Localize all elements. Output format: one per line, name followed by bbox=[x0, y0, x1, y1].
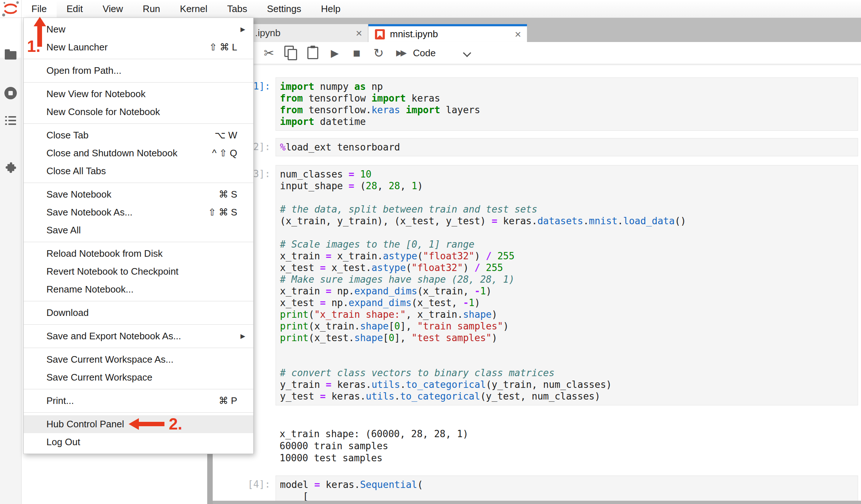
menubar: FileEditViewRunKernelTabsSettingsHelp bbox=[0, 0, 861, 18]
menubar-items: FileEditViewRunKernelTabsSettingsHelp bbox=[22, 0, 350, 18]
cell-type-select[interactable]: Code bbox=[413, 42, 436, 64]
paste-icon bbox=[307, 47, 318, 59]
step1-label: 1. bbox=[27, 37, 41, 56]
menu-item-reload-notebook-from-disk[interactable]: Reload Notebook from Disk bbox=[24, 245, 253, 263]
menubar-item-tabs[interactable]: Tabs bbox=[217, 0, 257, 18]
play-icon: ▶ bbox=[331, 47, 339, 59]
menu-item-close-tab[interactable]: Close Tab⌥ W bbox=[24, 126, 253, 144]
puzzle-icon bbox=[4, 161, 17, 173]
interrupt-kernel-button[interactable]: ■ bbox=[348, 42, 365, 64]
cell-input-prompt: [4]: bbox=[216, 479, 270, 490]
sidebar-icon-strip bbox=[0, 18, 22, 504]
menu-item-label: New Launcher bbox=[46, 42, 108, 53]
menu-item-new-view-for-notebook[interactable]: New View for Notebook bbox=[24, 85, 253, 103]
run-cell-button[interactable]: ▶ bbox=[326, 42, 343, 64]
step1-arrow-icon bbox=[34, 17, 46, 26]
tab-label: .ipynb bbox=[255, 27, 280, 39]
menu-item-new[interactable]: New▶ bbox=[24, 20, 253, 38]
close-icon[interactable]: × bbox=[356, 28, 362, 39]
tab-mnist-notebook[interactable]: mnist.ipynb × bbox=[368, 24, 527, 42]
menu-item-label: Close Tab bbox=[46, 130, 88, 141]
menu-item-label: Download bbox=[46, 307, 89, 318]
restart-run-all-button[interactable]: ▶▶ bbox=[392, 42, 409, 64]
code-cell-2[interactable]: %load_ext tensorboard bbox=[276, 138, 858, 156]
chevron-down-icon[interactable] bbox=[463, 49, 471, 57]
menu-item-label: Close All Tabs bbox=[46, 165, 106, 177]
list-icon bbox=[5, 116, 16, 125]
sidebar-item-table-of-contents[interactable] bbox=[0, 116, 21, 125]
copy-icon bbox=[288, 49, 297, 60]
step2-arrow-shaft bbox=[138, 422, 164, 426]
restart-kernel-button[interactable]: ↻ bbox=[370, 42, 387, 64]
menu-item-label: New bbox=[46, 24, 65, 35]
menu-item-revert-notebook-to-checkpoint[interactable]: Revert Notebook to Checkpoint bbox=[24, 263, 253, 280]
menu-item-label: Hub Control Panel bbox=[46, 419, 124, 430]
menubar-item-run[interactable]: Run bbox=[133, 0, 170, 18]
submenu-arrow-icon: ▶ bbox=[240, 332, 245, 340]
menubar-item-settings[interactable]: Settings bbox=[257, 0, 311, 18]
menu-item-rename-notebook[interactable]: Rename Notebook... bbox=[24, 280, 253, 298]
menu-item-label: Save All bbox=[46, 225, 81, 236]
menu-item-save-current-workspace-as[interactable]: Save Current Workspace As... bbox=[24, 351, 253, 369]
cut-cells-button[interactable]: ✂ bbox=[261, 42, 277, 64]
menu-item-shortcut: ⇧ ⌘ S bbox=[208, 207, 237, 218]
menu-item-label: Save Current Workspace As... bbox=[46, 354, 174, 365]
menu-item-close-all-tabs[interactable]: Close All Tabs bbox=[24, 162, 253, 180]
close-icon[interactable]: × bbox=[515, 29, 521, 40]
dock-tab-bar: .ipynb × mnist.ipynb × bbox=[213, 18, 861, 42]
notebook-toolbar: ✂ ▶ ■ ↻ ▶▶ Code bbox=[213, 42, 861, 64]
cell-output: x_train shape: (60000, 28, 28, 1)60000 t… bbox=[280, 428, 469, 464]
code-cell-1[interactable]: import numpy as npfrom tensorflow import… bbox=[276, 77, 858, 131]
copy-cells-button[interactable] bbox=[282, 42, 299, 64]
notebook-file-icon bbox=[375, 29, 385, 39]
step2-label: 2. bbox=[169, 415, 182, 433]
menu-item-label: Open from Path... bbox=[46, 65, 121, 76]
menu-item-shortcut: ^ ⇧ Q bbox=[212, 148, 237, 159]
step2-arrow-icon bbox=[129, 418, 139, 430]
menu-item-save-notebook[interactable]: Save Notebook⌘ S bbox=[24, 186, 253, 203]
menu-item-label: New Console for Notebook bbox=[46, 106, 160, 118]
tab-label: mnist.ipynb bbox=[390, 28, 438, 40]
menu-item-new-console-for-notebook[interactable]: New Console for Notebook bbox=[24, 103, 253, 121]
menu-item-label: Rename Notebook... bbox=[46, 284, 133, 295]
stop-icon: ■ bbox=[353, 46, 361, 60]
menu-item-log-out[interactable]: Log Out bbox=[24, 433, 253, 451]
menu-item-open-from-path[interactable]: Open from Path... bbox=[24, 62, 253, 80]
restart-icon: ↻ bbox=[373, 46, 384, 60]
sidebar-item-file-browser[interactable] bbox=[0, 51, 21, 60]
scissors-icon: ✂ bbox=[264, 46, 274, 60]
menu-item-new-launcher[interactable]: New Launcher⇧ ⌘ L bbox=[24, 38, 253, 56]
jupyter-logo[interactable] bbox=[0, 0, 22, 18]
menu-item-label: Save Notebook bbox=[46, 189, 111, 200]
fast-forward-icon: ▶▶ bbox=[396, 48, 405, 58]
sidebar-item-extensions[interactable] bbox=[0, 161, 21, 173]
dock-bottom-edge bbox=[213, 501, 861, 504]
submenu-arrow-icon: ▶ bbox=[240, 26, 245, 33]
menu-item-save-and-export-notebook-as[interactable]: Save and Export Notebook As...▶ bbox=[24, 327, 253, 345]
menu-item-shortcut: ⌥ W bbox=[215, 130, 237, 141]
running-kernels-icon bbox=[4, 87, 17, 99]
menu-item-shortcut: ⇧ ⌘ L bbox=[209, 42, 237, 53]
menubar-item-view[interactable]: View bbox=[93, 0, 133, 18]
menu-item-label: Save Notebook As... bbox=[46, 207, 133, 218]
menubar-item-file[interactable]: File bbox=[22, 0, 57, 18]
menu-item-download[interactable]: Download bbox=[24, 304, 253, 322]
folder-icon bbox=[5, 51, 16, 60]
menu-item-save-current-workspace[interactable]: Save Current Workspace bbox=[24, 369, 253, 386]
menu-item-label: Save and Export Notebook As... bbox=[46, 331, 181, 342]
file-menu: New▶New Launcher⇧ ⌘ LOpen from Path...Ne… bbox=[23, 18, 254, 454]
menu-item-close-and-shutdown-notebook[interactable]: Close and Shutdown Notebook^ ⇧ Q bbox=[24, 144, 253, 162]
menu-item-print[interactable]: Print...⌘ P bbox=[24, 392, 253, 410]
code-cell-4[interactable]: model = keras.Sequential( [ bbox=[276, 476, 858, 504]
menubar-item-kernel[interactable]: Kernel bbox=[170, 0, 217, 18]
menu-item-shortcut: ⌘ S bbox=[219, 189, 237, 200]
menu-item-label: Print... bbox=[46, 395, 74, 406]
menu-item-shortcut: ⌘ P bbox=[219, 395, 237, 406]
paste-cells-button[interactable] bbox=[304, 42, 321, 64]
sidebar-item-running-kernels[interactable] bbox=[0, 87, 21, 99]
menu-item-save-all[interactable]: Save All bbox=[24, 221, 253, 239]
menubar-item-help[interactable]: Help bbox=[311, 0, 350, 18]
menubar-item-edit[interactable]: Edit bbox=[57, 0, 93, 18]
code-cell-3[interactable]: num_classes = 10input_shape = (28, 28, 1… bbox=[276, 165, 858, 405]
menu-item-save-notebook-as[interactable]: Save Notebook As...⇧ ⌘ S bbox=[24, 203, 253, 221]
